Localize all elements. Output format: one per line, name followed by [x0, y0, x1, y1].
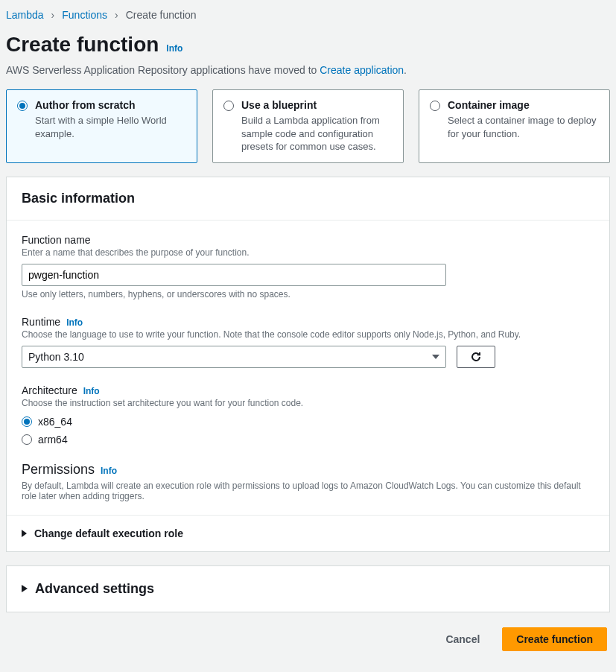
permissions-info-link[interactable]: Info	[101, 466, 117, 476]
radio-icon	[430, 101, 440, 111]
page-info-link[interactable]: Info	[166, 43, 182, 54]
cancel-button[interactable]: Cancel	[432, 627, 493, 651]
basic-info-header: Basic information	[22, 191, 594, 206]
option-title: Container image	[448, 99, 599, 111]
create-function-button[interactable]: Create function	[502, 627, 607, 651]
option-desc: Build a Lambda application from sample c…	[241, 114, 393, 153]
arch-option-x86-64[interactable]: x86_64	[22, 416, 594, 428]
function-name-hint: Use only letters, numbers, hyphens, or u…	[22, 289, 594, 299]
option-container-image[interactable]: Container image Select a container image…	[419, 89, 610, 163]
arch-option-arm64[interactable]: arm64	[22, 434, 594, 446]
option-desc: Start with a simple Hello World example.	[35, 114, 186, 140]
option-use-blueprint[interactable]: Use a blueprint Build a Lambda applicati…	[212, 89, 404, 163]
refresh-icon	[470, 351, 482, 363]
option-title: Use a blueprint	[241, 99, 393, 111]
arch-option-label: arm64	[38, 434, 68, 446]
advanced-label: Advanced settings	[35, 581, 154, 597]
radio-icon	[223, 101, 234, 111]
permissions-field: Permissions Info By default, Lambda will…	[22, 462, 594, 501]
advanced-panel: Advanced settings	[6, 565, 610, 612]
breadcrumb-current: Create function	[126, 9, 197, 21]
advanced-toggle[interactable]: Advanced settings	[22, 581, 594, 597]
radio-icon	[22, 416, 32, 427]
footer-actions: Cancel Create function	[6, 612, 610, 657]
banner-link-create-application[interactable]: Create application	[320, 64, 404, 76]
function-name-label: Function name	[22, 234, 594, 246]
runtime-help: Choose the language to use to write your…	[22, 329, 594, 340]
architecture-info-link[interactable]: Info	[83, 386, 100, 396]
breadcrumb-lambda[interactable]: Lambda	[6, 9, 44, 21]
function-name-field: Function name Enter a name that describe…	[22, 234, 594, 299]
exec-role-label: Change default execution role	[34, 527, 183, 539]
option-desc: Select a container image to deploy for y…	[448, 114, 599, 140]
runtime-value: Python 3.10	[28, 351, 84, 363]
banner-text: AWS Serverless Application Repository ap…	[6, 64, 320, 76]
runtime-field: Runtime Info Choose the language to use …	[22, 316, 594, 368]
banner: AWS Serverless Application Repository ap…	[6, 57, 610, 89]
permissions-label: Permissions	[22, 462, 95, 478]
exec-role-expander: Change default execution role	[7, 515, 609, 551]
breadcrumb-functions[interactable]: Functions	[62, 9, 107, 21]
option-title: Author from scratch	[35, 99, 186, 111]
basic-info-panel: Basic information Function name Enter a …	[6, 177, 610, 552]
architecture-help: Choose the instruction set architecture …	[22, 398, 594, 408]
function-name-help: Enter a name that describes the purpose …	[22, 247, 594, 258]
banner-suffix: .	[404, 64, 407, 76]
breadcrumb: Lambda › Functions › Create function	[6, 6, 610, 33]
architecture-field: Architecture Info Choose the instruction…	[22, 384, 594, 446]
triangle-right-icon	[22, 530, 27, 537]
page-title: Create function	[6, 33, 159, 57]
exec-role-toggle[interactable]: Change default execution role	[22, 527, 594, 539]
permissions-help: By default, Lambda will create an execut…	[22, 481, 594, 501]
arch-option-label: x86_64	[38, 416, 72, 428]
chevron-right-icon: ›	[115, 9, 118, 21]
caret-down-icon	[432, 355, 439, 359]
function-name-input[interactable]	[22, 264, 446, 286]
refresh-button[interactable]	[457, 346, 495, 368]
runtime-select[interactable]: Python 3.10	[22, 346, 446, 368]
runtime-info-link[interactable]: Info	[66, 317, 83, 328]
option-author-from-scratch[interactable]: Author from scratch Start with a simple …	[6, 89, 197, 163]
radio-icon	[22, 434, 32, 445]
architecture-label: Architecture	[22, 384, 77, 396]
triangle-right-icon	[22, 585, 28, 592]
creation-options: Author from scratch Start with a simple …	[6, 89, 610, 163]
radio-icon	[17, 101, 28, 111]
chevron-right-icon: ›	[51, 9, 55, 21]
runtime-label: Runtime	[22, 316, 60, 328]
